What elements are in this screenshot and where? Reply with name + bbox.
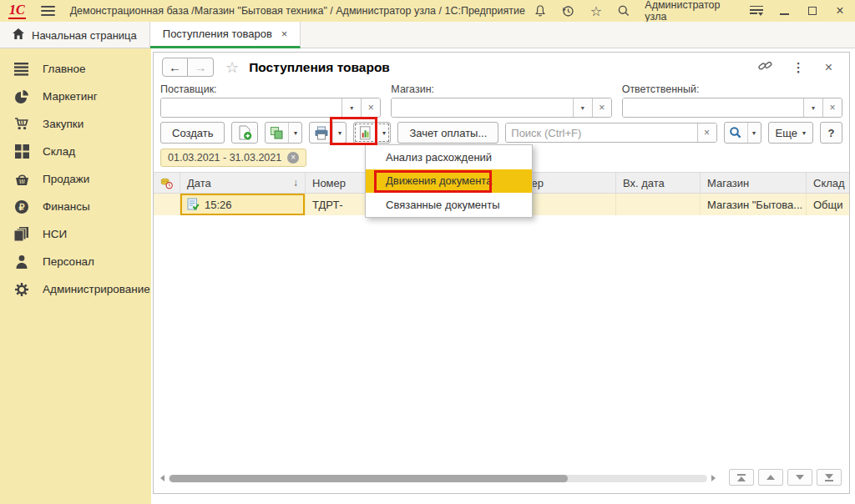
scrollbar-thumb[interactable] <box>169 475 568 482</box>
sort-desc-icon: ↓ <box>293 177 298 189</box>
payment-offset-button[interactable]: Зачет оплаты... <box>397 122 498 144</box>
column-incoming-date-label: Вх. дата <box>623 177 665 189</box>
more-button[interactable]: Еще ▾ <box>768 122 813 144</box>
current-user[interactable]: Администратор узла <box>645 0 736 23</box>
supplier-dropdown-icon[interactable]: ▾ <box>341 98 361 117</box>
global-search-icon[interactable] <box>617 3 630 18</box>
sidebar-item-personnel[interactable]: Персонал <box>0 248 151 275</box>
create-new-document-button[interactable] <box>231 122 258 144</box>
row-shop-value: Магазин "Бытова... <box>707 199 802 211</box>
notifications-bell-icon[interactable] <box>534 3 547 18</box>
more-menu-icon[interactable]: ⋮ <box>792 60 805 75</box>
sidebar-item-nsi[interactable]: НСИ <box>0 220 151 248</box>
history-icon[interactable] <box>561 3 574 18</box>
tab-close-icon[interactable]: × <box>281 28 288 40</box>
create-button[interactable]: Создать <box>160 122 225 144</box>
sidebar-item-warehouse[interactable]: Склад <box>0 138 151 165</box>
sidebar-item-marketing[interactable]: Маркетинг <box>0 83 151 110</box>
go-to-bottom-button[interactable] <box>817 469 842 486</box>
sidebar-label: Персонал <box>43 255 94 268</box>
responsible-dropdown-icon[interactable]: ▾ <box>803 98 822 117</box>
menu-item-related-documents[interactable]: Связанные документы <box>366 193 532 217</box>
row-incoming-date-cell[interactable] <box>616 194 701 215</box>
tab-home[interactable]: Начальная страница <box>0 22 150 48</box>
favorite-star-icon[interactable]: ☆ <box>225 58 239 77</box>
row-shop-cell[interactable]: Магазин "Бытова... <box>701 194 807 215</box>
sidebar-item-purchases[interactable]: Закупки <box>0 110 151 138</box>
column-warehouse[interactable]: Склад <box>807 173 849 193</box>
scroll-left-icon[interactable] <box>160 475 164 481</box>
filter-responsible-label: Ответственный: <box>622 83 842 95</box>
shop-clear-icon[interactable]: × <box>592 98 611 117</box>
supplier-input[interactable] <box>161 98 341 117</box>
row-date-cell[interactable]: 15:26 <box>180 194 306 215</box>
menu-item-label: Анализ расхождений <box>386 151 492 164</box>
sidebar-item-administration[interactable]: Администрирование <box>0 275 151 303</box>
filter-shop-label: Магазин: <box>391 83 611 95</box>
app-window: 1С Демонстрационная база /Магазин "Бытов… <box>0 0 855 504</box>
move-down-button[interactable] <box>787 469 812 486</box>
column-shop[interactable]: Магазин <box>701 173 807 193</box>
pages-icon <box>13 226 30 243</box>
copy-document-icon <box>266 123 288 143</box>
search-clear-icon[interactable]: × <box>697 123 716 142</box>
print-dropdown-icon[interactable]: ▾ <box>332 123 346 143</box>
menu-item-discrepancy-analysis[interactable]: Анализ расхождений <box>366 145 532 169</box>
tab-home-label: Начальная страница <box>32 29 137 42</box>
row-warehouse-value: Общи <box>813 199 843 211</box>
menu-item-document-movements[interactable]: Движения документа <box>366 169 532 194</box>
period-chip-remove-icon[interactable]: × <box>287 152 299 164</box>
favorites-star-icon[interactable]: ☆ <box>589 3 603 18</box>
print-split-button[interactable]: ▾ <box>309 122 347 144</box>
sidebar-item-sales[interactable]: Продажи <box>0 165 151 193</box>
copy-document-split-button[interactable]: ▾ <box>265 122 302 144</box>
row-warehouse-cell[interactable]: Общи <box>807 194 849 215</box>
help-button[interactable]: ? <box>820 122 842 144</box>
sidebar-label: Склад <box>43 145 75 158</box>
more-button-label: Еще <box>776 127 797 139</box>
reports-split-button[interactable]: ▾ <box>353 122 391 144</box>
search-dropdown-icon[interactable]: ▾ <box>747 123 761 143</box>
basket-icon <box>13 171 30 188</box>
back-button[interactable]: ← <box>162 58 188 77</box>
row-navigation-buttons <box>729 469 842 486</box>
filters-row: Поставщик: ▾ × Магазин: ▾ × <box>160 83 842 118</box>
posting-status-column-icon[interactable] <box>154 173 180 193</box>
responsible-clear-icon[interactable]: × <box>822 98 842 117</box>
supplier-clear-icon[interactable]: × <box>361 98 380 117</box>
forward-button[interactable]: → <box>188 58 214 77</box>
shop-dropdown-icon[interactable]: ▾ <box>573 98 592 117</box>
close-window-button[interactable]: × <box>833 3 847 18</box>
main-menu-icon[interactable] <box>41 6 55 16</box>
go-to-top-button[interactable] <box>729 469 754 486</box>
reports-dropdown-icon[interactable]: ▾ <box>377 123 390 143</box>
shop-input[interactable] <box>392 98 572 117</box>
minimize-button[interactable] <box>777 3 791 18</box>
close-form-icon[interactable]: × <box>825 60 832 75</box>
filter-chips-row: 01.03.2021 - 31.03.2021 × <box>160 149 306 167</box>
search-input[interactable] <box>506 123 696 142</box>
get-link-icon[interactable] <box>758 59 772 75</box>
sidebar-item-finance[interactable]: ₽ Финансы <box>0 193 151 220</box>
horizontal-scrollbar[interactable] <box>160 473 716 483</box>
hide-panels-icon[interactable] <box>750 6 763 17</box>
scroll-right-icon[interactable] <box>711 475 716 481</box>
copy-dropdown-icon[interactable]: ▾ <box>288 123 301 143</box>
responsible-input[interactable] <box>623 98 803 117</box>
scrollbar-track[interactable] <box>169 475 707 482</box>
move-up-button[interactable] <box>758 469 783 486</box>
row-status-cell <box>154 194 180 215</box>
filter-supplier-label: Поставщик: <box>160 83 381 95</box>
section-sidebar: Главное Маркетинг Закупки Склад Продажи <box>0 48 151 504</box>
period-chip[interactable]: 01.03.2021 - 31.03.2021 × <box>160 149 306 167</box>
sidebar-item-main[interactable]: Главное <box>0 55 151 83</box>
search-magnifier-icon <box>725 123 747 143</box>
column-incoming-date[interactable]: Вх. дата <box>616 173 701 193</box>
menu-item-label: Связанные документы <box>386 199 500 211</box>
tab-goods-receipts[interactable]: Поступления товаров × <box>150 22 301 48</box>
column-date[interactable]: Дата ↓ <box>180 173 306 193</box>
search-split-button[interactable]: ▾ <box>724 122 761 144</box>
column-warehouse-label: Склад <box>813 177 845 189</box>
maximize-button[interactable] <box>805 3 818 18</box>
row-date-value: 15:26 <box>205 199 232 211</box>
